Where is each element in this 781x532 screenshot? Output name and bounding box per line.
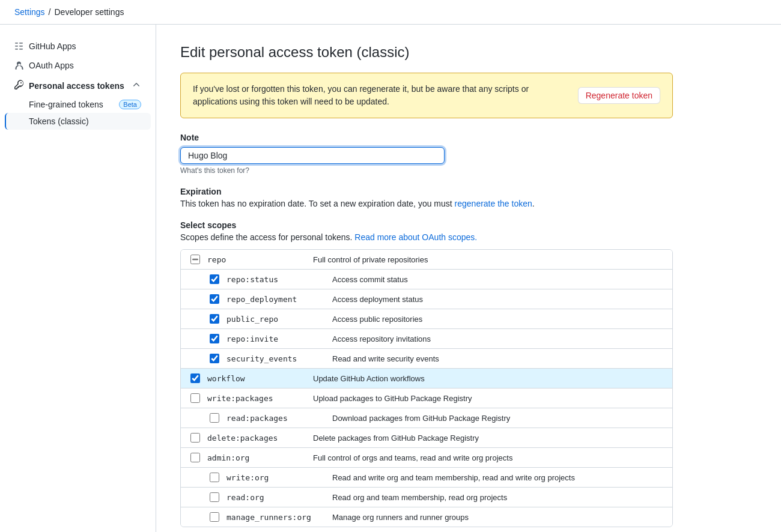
scopes-table: repoFull control of private repositories… bbox=[180, 249, 673, 527]
scope-checkbox-repo_status[interactable] bbox=[210, 274, 219, 284]
scope-checkbox-security_events[interactable] bbox=[210, 354, 219, 363]
table-row: repoFull control of private repositories bbox=[181, 250, 672, 270]
github-apps-label: GitHub Apps bbox=[29, 41, 76, 51]
scope-name: manage_runners:org bbox=[226, 513, 323, 522]
table-row: write:orgRead and write org and team mem… bbox=[181, 468, 672, 488]
scope-checkbox-write_packages[interactable] bbox=[190, 393, 200, 403]
tokens-classic-label: Tokens (classic) bbox=[29, 116, 89, 126]
scope-checkbox-write_org[interactable] bbox=[210, 473, 219, 482]
scope-checkbox-manage_runners_org[interactable] bbox=[210, 512, 219, 522]
expiration-text: This token has no expiration date. To se… bbox=[180, 199, 673, 208]
scope-desc: Upload packages to GitHub Package Regist… bbox=[313, 394, 472, 403]
scope-desc: Manage org runners and runner groups bbox=[332, 513, 469, 522]
note-input[interactable] bbox=[180, 147, 445, 164]
settings-link[interactable]: Settings bbox=[14, 7, 45, 17]
scope-name: security_events bbox=[226, 354, 323, 363]
scope-name: admin:org bbox=[207, 453, 303, 462]
table-row: repo_deploymentAccess deployment status bbox=[181, 289, 672, 309]
note-hint: What's this token for? bbox=[180, 166, 673, 175]
scope-name: repo_deployment bbox=[226, 295, 323, 304]
breadcrumb-current: Developer settings bbox=[54, 7, 124, 17]
note-section: Note What's this token for? bbox=[180, 133, 673, 175]
oauth-scopes-link[interactable]: Read more about OAuth scopes. bbox=[354, 232, 477, 242]
breadcrumb: Settings / Developer settings bbox=[0, 0, 781, 25]
scope-checkbox-read_packages[interactable] bbox=[210, 413, 219, 423]
table-row: admin:orgFull control of orgs and teams,… bbox=[181, 448, 672, 468]
scope-name: repo bbox=[207, 255, 303, 264]
scope-name: write:packages bbox=[207, 394, 303, 403]
warning-box: If you've lost or forgotten this token, … bbox=[180, 73, 673, 118]
scope-name: write:org bbox=[226, 473, 323, 482]
chevron-up-icon bbox=[132, 80, 141, 91]
page-title: Edit personal access token (classic) bbox=[180, 44, 673, 61]
scope-desc: Access repository invitations bbox=[332, 334, 431, 343]
sidebar-item-oauth-apps[interactable]: OAuth Apps bbox=[5, 56, 151, 75]
scope-checkbox-public_repo[interactable] bbox=[210, 314, 219, 324]
personal-access-tokens-label: Personal access tokens bbox=[29, 81, 124, 91]
scope-desc: Full control of orgs and teams, read and… bbox=[313, 453, 512, 462]
scope-desc: Access deployment status bbox=[332, 295, 423, 304]
table-row: workflowUpdate GitHub Action workflows bbox=[181, 369, 672, 388]
scope-name: delete:packages bbox=[207, 434, 303, 443]
sidebar-item-fine-grained-tokens[interactable]: Fine-grained tokens Beta bbox=[5, 96, 151, 113]
scope-desc: Full control of private repositories bbox=[313, 255, 428, 264]
table-row: read:packagesDownload packages from GitH… bbox=[181, 408, 672, 428]
breadcrumb-separator: / bbox=[49, 7, 51, 17]
scope-desc: Access commit status bbox=[332, 275, 408, 284]
warning-text: If you've lost or forgotten this token, … bbox=[193, 83, 566, 108]
scope-desc: Access public repositories bbox=[332, 315, 422, 324]
regenerate-token-link[interactable]: regenerate the token bbox=[455, 199, 532, 208]
fine-grained-tokens-label: Fine-grained tokens bbox=[29, 100, 103, 109]
scope-desc: Read org and team membership, read org p… bbox=[332, 493, 507, 502]
scope-checkbox-repo_deployment[interactable] bbox=[210, 294, 219, 304]
sidebar-item-github-apps[interactable]: GitHub Apps bbox=[5, 37, 151, 56]
scope-desc: Download packages from GitHub Package Re… bbox=[332, 414, 510, 423]
table-row: security_eventsRead and write security e… bbox=[181, 349, 672, 369]
scope-checkbox-repo[interactable] bbox=[190, 255, 200, 264]
scopes-desc: Scopes define the access for personal to… bbox=[180, 232, 673, 242]
table-row: repo:statusAccess commit status bbox=[181, 270, 672, 289]
grid-icon bbox=[14, 41, 24, 51]
scope-desc: Read and write security events bbox=[332, 354, 439, 363]
table-row: manage_runners:orgManage org runners and… bbox=[181, 507, 672, 527]
scope-name: public_repo bbox=[226, 315, 323, 324]
scope-checkbox-admin_org[interactable] bbox=[190, 453, 200, 462]
scope-name: repo:invite bbox=[226, 334, 323, 343]
person-icon bbox=[14, 61, 24, 70]
main-content: Edit personal access token (classic) If … bbox=[156, 25, 697, 532]
table-row: repo:inviteAccess repository invitations bbox=[181, 329, 672, 349]
scope-name: read:org bbox=[226, 493, 323, 502]
table-row: delete:packagesDelete packages from GitH… bbox=[181, 428, 672, 448]
scope-desc: Delete packages from GitHub Package Regi… bbox=[313, 434, 479, 443]
sidebar-personal-access-tokens-header[interactable]: Personal access tokens bbox=[5, 75, 151, 96]
scope-checkbox-read_org[interactable] bbox=[210, 492, 219, 502]
scope-checkbox-delete_packages[interactable] bbox=[190, 433, 200, 443]
expiration-title: Expiration bbox=[180, 187, 673, 196]
scope-checkbox-repo_invite[interactable] bbox=[210, 334, 219, 343]
table-row: read:orgRead org and team membership, re… bbox=[181, 488, 672, 507]
key-icon bbox=[14, 80, 24, 91]
sidebar-item-tokens-classic[interactable]: Tokens (classic) bbox=[5, 113, 151, 130]
expiration-section: Expiration This token has no expiration … bbox=[180, 187, 673, 208]
note-label: Note bbox=[180, 133, 673, 142]
oauth-apps-label: OAuth Apps bbox=[29, 61, 74, 70]
scope-desc: Update GitHub Action workflows bbox=[313, 374, 425, 383]
table-row: public_repoAccess public repositories bbox=[181, 309, 672, 329]
beta-badge: Beta bbox=[119, 100, 141, 109]
regenerate-token-button[interactable]: Regenerate token bbox=[578, 87, 660, 104]
scope-name: workflow bbox=[207, 374, 303, 383]
scope-checkbox-workflow[interactable] bbox=[190, 373, 200, 383]
scopes-title: Select scopes bbox=[180, 220, 673, 230]
scope-desc: Read and write org and team membership, … bbox=[332, 473, 575, 482]
scope-name: read:packages bbox=[226, 414, 323, 423]
sidebar: GitHub Apps OAuth Apps Person bbox=[0, 25, 156, 532]
scope-name: repo:status bbox=[226, 275, 323, 284]
table-row: write:packagesUpload packages to GitHub … bbox=[181, 388, 672, 408]
scopes-section: Select scopes Scopes define the access f… bbox=[180, 220, 673, 527]
